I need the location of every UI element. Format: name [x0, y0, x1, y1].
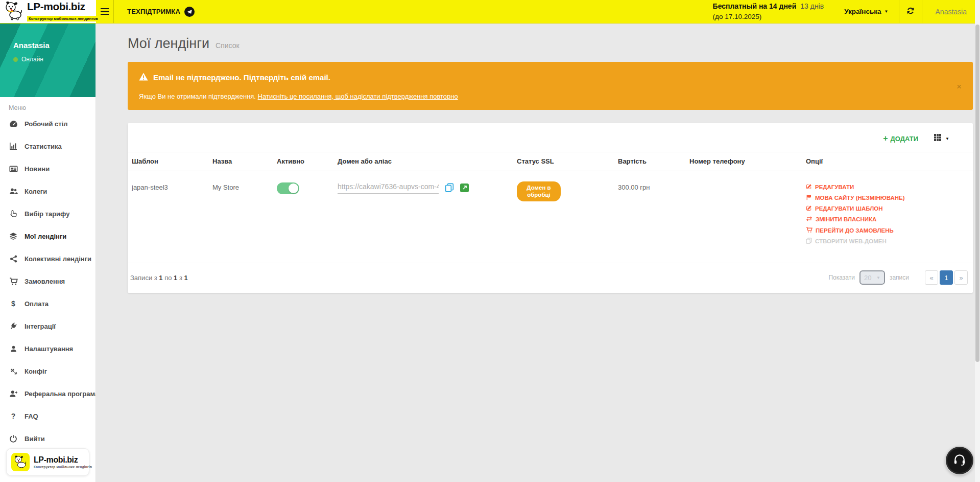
- gears-icon: [9, 367, 18, 376]
- edit-icon: [806, 205, 812, 212]
- cell-options: РЕДАГУВАТИ МОВА САЙТУ (НЕЗМІНЮВАНЕ) РЕДА…: [802, 171, 973, 262]
- sidebar-item-config[interactable]: Конфіг: [0, 360, 95, 382]
- hand-pointer-icon: [9, 210, 18, 218]
- dog-logo-icon: [11, 453, 30, 471]
- sidebar-item-label: Мої лендінги: [25, 233, 66, 240]
- header-logo-text: LP-mobi.biz Конструктор мобильных лендин…: [27, 1, 100, 21]
- option-create-web-domain[interactable]: СТВОРИТИ WEB-ДОМЕН: [806, 238, 969, 245]
- language-flag-icon: [806, 194, 812, 201]
- next-page-button[interactable]: »: [954, 270, 968, 285]
- option-go-to-orders[interactable]: ПЕРЕЙТИ ДО ЗАМОВЛЕНЬ: [806, 226, 969, 234]
- external-link-icon[interactable]: [460, 183, 469, 192]
- scrollbar-thumb[interactable]: [975, 25, 979, 362]
- dollar-icon: $: [9, 300, 18, 308]
- sidebar-item-my-landings[interactable]: Мої лендінги: [0, 225, 95, 247]
- layers-icon: [9, 232, 18, 240]
- option-site-language[interactable]: МОВА САЙТУ (НЕЗМІНЮВАНЕ): [806, 194, 969, 201]
- dog-logo-icon: [4, 1, 24, 23]
- cell-name: My Store: [208, 171, 273, 262]
- headset-icon: [953, 453, 966, 468]
- online-status-dot: [13, 57, 18, 62]
- trial-until: (до 17.10.2025): [713, 12, 824, 22]
- user-icon: [9, 345, 18, 353]
- sidebar-item-referral[interactable]: Реферальна програма: [0, 382, 95, 405]
- sidebar-item-logout[interactable]: Вийти: [0, 427, 95, 443]
- sidebar-logo-subtitle: Конструктор мобільних лендінгів: [34, 465, 92, 469]
- close-icon[interactable]: ×: [957, 82, 962, 91]
- header-logo-title: LP-mobi.biz: [27, 1, 100, 12]
- col-header-ssl: Статус SSL: [513, 152, 614, 171]
- language-dropdown[interactable]: Українська ▼: [834, 0, 898, 23]
- plug-icon: [9, 322, 18, 330]
- alert-title: Email не підтверджено. Підтвердіть свій …: [153, 73, 330, 82]
- cell-phone: [685, 171, 802, 262]
- user-plus-icon: [9, 389, 18, 398]
- sidebar-item-colleagues[interactable]: Колеги: [0, 180, 95, 202]
- sidebar-item-orders[interactable]: Замовлення: [0, 270, 95, 292]
- col-header-phone: Номер телефону: [685, 152, 802, 171]
- cart-icon: [9, 277, 18, 286]
- alert-text: Якщо Ви не отримали підтвердження.: [139, 93, 256, 100]
- chat-widget-button[interactable]: [946, 447, 973, 474]
- copy-icon[interactable]: [445, 183, 454, 192]
- sidebar-item-statistics[interactable]: Статистика: [0, 135, 95, 157]
- support-link[interactable]: ТЕХПІДТРИМКА: [114, 0, 208, 23]
- cart-icon: [806, 226, 812, 234]
- add-button-label: ДОДАТИ: [891, 135, 919, 143]
- option-edit-template[interactable]: РЕДАГУВАТИ ШАБЛОН: [806, 205, 969, 212]
- sidebar-item-settings[interactable]: Налаштування: [0, 337, 95, 360]
- col-header-options: Опції: [802, 152, 973, 171]
- page-subtitle: Список: [216, 41, 240, 50]
- show-label: Показати: [828, 274, 854, 281]
- sidebar-item-tariff[interactable]: Вибір тарифу: [0, 202, 95, 225]
- telegram-icon: [184, 7, 195, 17]
- col-header-name: Назва: [208, 152, 273, 171]
- option-edit[interactable]: РЕДАГУВАТИ: [806, 183, 969, 191]
- users-icon: [9, 187, 18, 196]
- profile-status-label: Онлайн: [21, 56, 43, 63]
- col-header-price: Вартість: [614, 152, 685, 171]
- sidebar-item-news[interactable]: Новини: [0, 157, 95, 180]
- sidebar-item-faq[interactable]: ? FAQ: [0, 405, 95, 427]
- header-logo[interactable]: LP-mobi.biz Конструктор мобильных лендин…: [0, 0, 96, 23]
- active-toggle[interactable]: [277, 182, 299, 194]
- trial-info: Бесплатный на 14 дней13 днів (до 17.10.2…: [713, 0, 824, 23]
- cell-domain: [333, 171, 513, 262]
- sidebar-item-integrations[interactable]: Інтеграції: [0, 315, 95, 337]
- domain-input[interactable]: [338, 181, 439, 194]
- sidebar-nav: Робочий стіл Статистика Новини Колеги Ви: [0, 112, 95, 443]
- main-content: Мої лендінги Список Email не підтверджен…: [96, 24, 980, 482]
- table-row: japan-steel3 My Store: [128, 171, 973, 262]
- sidebar-item-dashboard[interactable]: Робочий стіл: [0, 112, 95, 135]
- caret-down-icon: ▼: [945, 136, 949, 141]
- refresh-button[interactable]: [899, 0, 922, 23]
- page-button-1[interactable]: 1: [940, 270, 953, 285]
- resend-confirmation-link[interactable]: Натисніть це посилання, щоб надіслати пі…: [258, 93, 458, 100]
- view-options-dropdown[interactable]: ▼: [934, 133, 949, 144]
- user-menu[interactable]: Anastasia: [922, 0, 980, 23]
- ssl-status-badge: Домен в обробці: [517, 181, 561, 201]
- sidebar-logo[interactable]: LP-mobi.biz Конструктор мобільних лендін…: [6, 448, 89, 476]
- question-icon: ?: [9, 412, 18, 420]
- dashboard-icon: [9, 120, 18, 128]
- sidebar-item-label: Налаштування: [25, 345, 73, 353]
- pagination: « 1 »: [925, 270, 968, 285]
- warning-icon: [139, 73, 148, 82]
- chevron-down-icon: ▼: [885, 9, 889, 14]
- caret-down-icon: ▼: [876, 276, 880, 280]
- trial-plan: Бесплатный на 14 дней: [713, 2, 797, 10]
- sidebar-profile: Anastasia Онлайн: [0, 24, 95, 97]
- sidebar-logo-title: LP-mobi.biz: [34, 455, 92, 465]
- edit-icon: [806, 183, 812, 191]
- option-change-owner[interactable]: ЗМІНИТИ ВЛАСНИКА: [806, 216, 969, 223]
- sidebar-item-label: Конфіг: [25, 368, 47, 375]
- prev-page-button[interactable]: «: [925, 270, 938, 285]
- hamburger-icon[interactable]: [96, 0, 113, 23]
- exchange-icon: [806, 216, 812, 223]
- add-landing-button[interactable]: + ДОДАТИ: [883, 134, 918, 143]
- sidebar-item-collective-landings[interactable]: Колективні лендінги: [0, 247, 95, 270]
- sidebar-item-payment[interactable]: $ Оплата: [0, 292, 95, 315]
- page-size-select[interactable]: 20 ▼: [859, 270, 885, 285]
- scrollbar[interactable]: [975, 0, 980, 482]
- col-header-active: Активно: [273, 152, 333, 171]
